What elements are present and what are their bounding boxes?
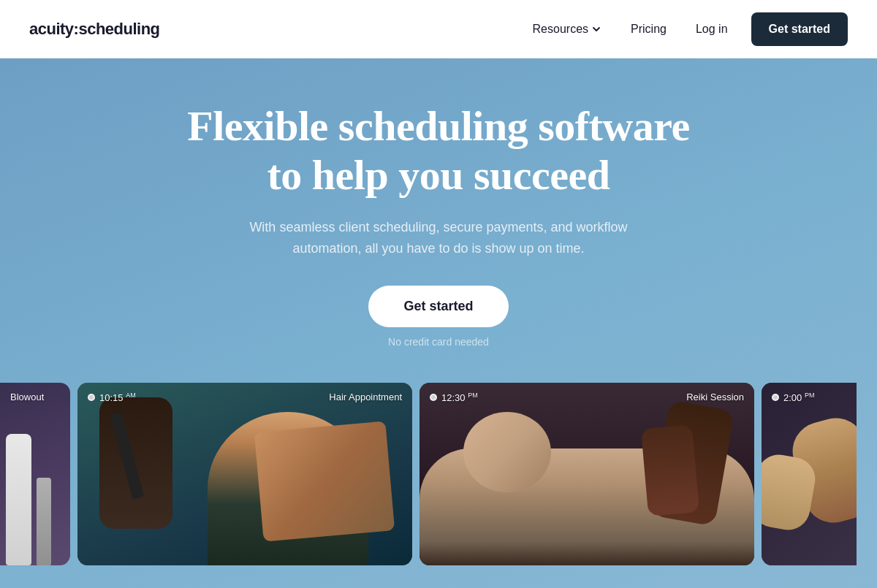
partial-right-photo bbox=[762, 383, 857, 565]
appointment-cards-row: Blowout 10:15 AM Hair Appointment bbox=[0, 383, 877, 565]
card-blowout: Blowout bbox=[0, 383, 70, 565]
hero-subtitle: With seamless client scheduling, secure … bbox=[234, 217, 643, 259]
hero-cta-label: Get started bbox=[403, 299, 473, 313]
hair-appointment-time: 10:15 AM bbox=[88, 392, 136, 403]
partial-time-dot bbox=[772, 394, 779, 401]
blowout-label: Blowout bbox=[10, 392, 44, 402]
nav-resources-button[interactable]: Resources bbox=[521, 15, 613, 43]
site-logo: acuity:scheduling bbox=[29, 20, 160, 39]
hair-appointment-type: Hair Appointment bbox=[329, 392, 402, 402]
hair-photo bbox=[77, 383, 412, 565]
site-header: acuity:scheduling Resources Pricing Log … bbox=[0, 0, 877, 58]
pricing-label: Pricing bbox=[631, 23, 667, 35]
nav-get-started-button[interactable]: Get started bbox=[751, 12, 848, 46]
card-hair-appointment: 10:15 AM Hair Appointment bbox=[77, 383, 412, 565]
hero-section: Flexible scheduling software to help you… bbox=[0, 58, 877, 588]
partial-card-time: 2:00 PM bbox=[772, 392, 814, 403]
login-label: Log in bbox=[696, 23, 728, 35]
blowout-photo bbox=[0, 383, 70, 565]
reiki-photo bbox=[419, 383, 754, 565]
card-reiki-session: 12:30 PM Reiki Session bbox=[419, 383, 754, 565]
reiki-session-time: 12:30 PM bbox=[430, 392, 478, 403]
reiki-time-dot bbox=[430, 394, 437, 401]
nav-pricing-button[interactable]: Pricing bbox=[619, 15, 678, 43]
hero-title: Flexible scheduling software to help you… bbox=[183, 102, 694, 199]
main-nav: Resources Pricing Log in Get started bbox=[521, 12, 848, 46]
time-indicator-dot bbox=[88, 394, 95, 401]
reiki-time-text: 12:30 PM bbox=[441, 392, 478, 403]
chevron-down-icon bbox=[591, 24, 601, 34]
partial-time-text: 2:00 PM bbox=[783, 392, 814, 403]
hair-time-text: 10:15 AM bbox=[99, 392, 136, 403]
resources-label: Resources bbox=[533, 23, 588, 36]
no-credit-card-text: No credit card needed bbox=[388, 336, 489, 348]
nav-login-button[interactable]: Log in bbox=[684, 15, 740, 43]
card-partial-right: 2:00 PM bbox=[762, 383, 857, 565]
hero-get-started-button[interactable]: Get started bbox=[368, 286, 508, 327]
nav-get-started-label: Get started bbox=[769, 23, 830, 35]
reiki-session-type: Reiki Session bbox=[686, 392, 744, 402]
